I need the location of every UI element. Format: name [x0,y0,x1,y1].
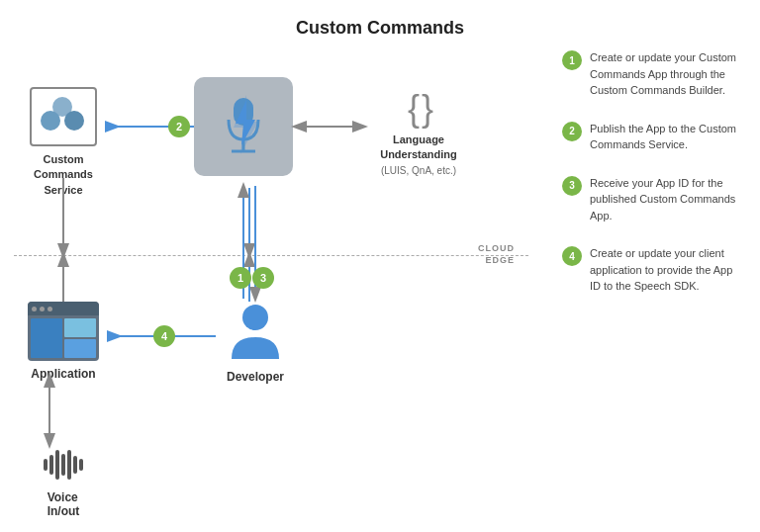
curly-braces-icon: { } [408,91,429,127]
application-node: Application [14,302,113,381]
developer-node: Developer [216,302,295,384]
step-2: 2 Publish the App to the Custom Commands… [562,121,744,153]
circle-b [41,111,60,131]
application-label: Application [31,367,95,381]
step-badge-2: 2 [562,122,582,141]
circle-c [64,111,84,131]
badge-2: 2 [168,116,190,137]
application-icon [28,302,99,361]
cc-service-icon [30,87,97,146]
svg-point-5 [242,305,268,330]
person-icon [230,302,281,364]
circles-cluster-icon [41,97,86,136]
lang-understand-node: { } Language Understanding (LUIS, QnA, e… [364,91,473,178]
diagram: Custom Commands Service { } Language Und… [0,40,554,524]
lang-label: Language Understanding (LUIS, QnA, etc.) [380,133,457,178]
step-badge-4: 4 [562,246,582,266]
mic-box [194,77,293,176]
badge-1: 1 [230,267,251,289]
cloud-label: CLOUD [478,243,515,253]
steps-panel: 1 Create or update your Custom Commands … [554,49,752,316]
page-title: Custom Commands [0,18,760,39]
voice-node: Voice In/out [14,445,113,518]
waveform-icon [44,445,83,485]
step-badge-3: 3 [562,176,582,196]
edge-label: EDGE [485,255,515,265]
badge-3: 3 [252,267,274,289]
cloud-edge-divider [14,255,528,256]
step-text-2: Publish the App to the Custom Commands S… [590,121,744,153]
cc-service-label: Custom Commands Service [14,152,113,198]
step-badge-1: 1 [562,50,582,70]
step-4: 4 Create or update your client applicati… [562,245,744,295]
step-text-1: Create or update your Custom Commands Ap… [590,49,744,99]
badge-4: 4 [153,325,175,347]
step-text-3: Receive your App ID for the published Cu… [590,175,744,224]
developer-label: Developer [227,370,284,384]
microphone-icon [214,90,273,164]
step-text-4: Create or update your client application… [590,245,744,295]
step-3: 3 Receive your App ID for the published … [562,175,744,224]
step-1: 1 Create or update your Custom Commands … [562,49,744,99]
cc-service-node: Custom Commands Service [14,87,113,198]
voice-label: Voice In/out [48,490,80,518]
